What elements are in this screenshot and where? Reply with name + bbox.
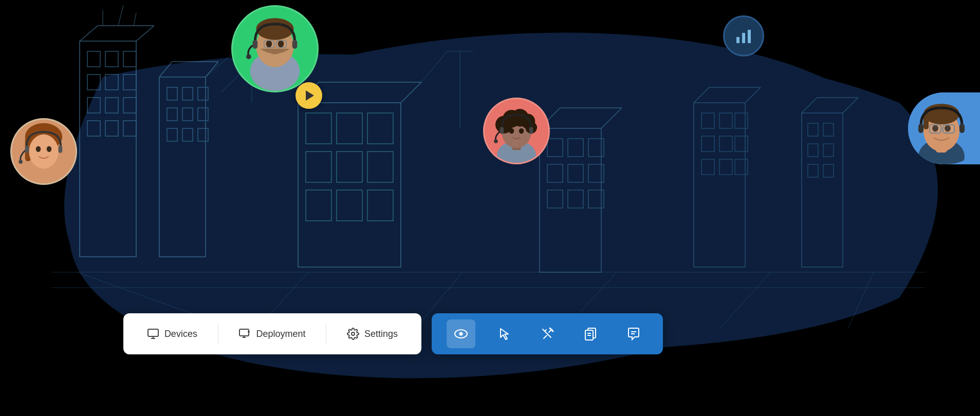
deployment-label: Deployment [256,329,305,339]
svg-line-88 [719,272,771,329]
svg-rect-41 [337,152,362,182]
svg-line-2 [80,26,98,41]
scene: Devices Deployment Settings [0,0,980,416]
svg-rect-13 [123,98,136,113]
svg-rect-103 [25,146,29,153]
svg-point-128 [509,128,514,134]
svg-rect-50 [547,139,563,157]
svg-line-73 [802,98,817,113]
svg-line-18 [118,5,123,26]
play-button[interactable] [295,82,322,109]
svg-rect-14 [87,121,100,136]
tools-icon [540,326,555,342]
devices-button[interactable]: Devices [141,324,204,344]
svg-rect-8 [87,74,100,90]
svg-rect-15 [105,121,118,136]
svg-rect-7 [123,51,136,67]
eye-icon [453,326,469,342]
chat-icon [626,326,641,342]
svg-rect-146 [736,37,739,43]
chat-button[interactable] [619,319,648,348]
svg-rect-149 [148,329,158,336]
svg-line-60 [694,87,709,103]
visibility-button[interactable] [447,319,475,348]
svg-rect-32 [198,128,208,141]
svg-rect-51 [568,139,583,157]
devices-label: Devices [164,329,197,339]
cursor-button[interactable] [490,319,519,348]
add-monitor-icon [238,328,251,340]
svg-rect-80 [808,164,818,177]
svg-rect-131 [529,127,533,134]
svg-point-101 [36,146,41,152]
svg-rect-31 [182,128,193,141]
copy-button[interactable] [576,319,605,348]
svg-rect-116 [253,40,258,49]
svg-rect-42 [367,152,393,182]
svg-line-22 [206,62,218,77]
svg-rect-70 [719,159,732,175]
svg-rect-11 [87,98,100,113]
settings-button[interactable]: Settings [341,324,404,344]
svg-rect-147 [742,33,745,43]
svg-line-94 [421,51,447,82]
svg-rect-20 [159,77,206,257]
svg-rect-28 [182,108,193,121]
svg-rect-24 [167,87,177,100]
svg-rect-10 [123,74,136,90]
toolbar-white: Devices Deployment Settings [123,313,421,354]
avatar-woman-left [10,118,77,185]
svg-rect-37 [306,113,331,144]
tools-button[interactable] [533,319,562,348]
separator-2 [326,324,326,344]
svg-rect-1 [80,41,136,257]
svg-line-48 [601,108,622,128]
svg-rect-81 [823,164,834,177]
svg-rect-144 [918,124,923,133]
avatar-man-far-right [908,92,980,164]
svg-rect-67 [719,136,732,152]
svg-line-35 [401,82,421,103]
toolbar-blue [432,313,663,354]
svg-rect-9 [105,74,118,90]
svg-rect-30 [167,128,177,141]
svg-rect-76 [808,123,818,136]
analytics-badge [723,15,764,56]
svg-rect-43 [306,190,331,221]
svg-point-132 [494,139,498,143]
svg-point-102 [47,146,52,152]
svg-rect-5 [87,51,100,67]
svg-rect-53 [547,164,563,182]
copy-icon [583,326,598,342]
svg-rect-152 [239,329,249,336]
svg-point-100 [29,135,58,169]
svg-rect-40 [306,152,331,182]
svg-point-129 [519,128,524,134]
svg-rect-57 [568,190,583,208]
svg-rect-141 [930,125,941,133]
avatar-woman-center-right [483,98,550,164]
deployment-button[interactable]: Deployment [232,324,311,344]
svg-rect-142 [943,125,954,133]
svg-rect-16 [123,121,136,136]
avatar-man-top-center [231,5,319,92]
gear-icon [347,328,359,340]
svg-point-110 [256,18,293,40]
svg-line-19 [134,13,136,26]
svg-rect-39 [367,113,393,144]
svg-rect-130 [500,127,504,134]
svg-rect-12 [105,98,118,113]
cursor-icon [496,326,512,342]
svg-rect-64 [719,113,732,128]
svg-rect-56 [547,190,563,208]
svg-rect-33 [298,103,401,267]
svg-rect-68 [735,136,748,152]
svg-point-159 [459,332,463,336]
svg-rect-145 [959,124,965,133]
svg-point-157 [352,332,355,335]
monitor-icon [147,328,159,340]
separator-1 [218,324,218,344]
svg-rect-44 [337,190,362,221]
svg-rect-104 [59,146,63,153]
svg-rect-6 [105,51,118,67]
